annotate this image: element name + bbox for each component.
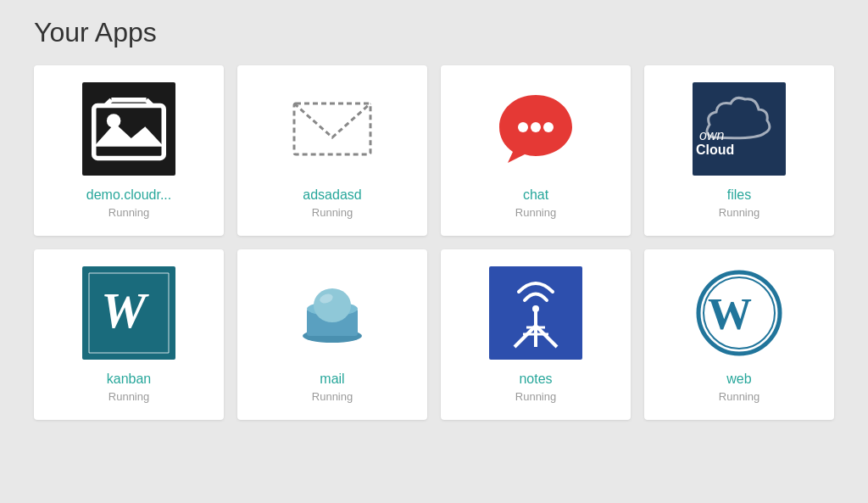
svg-rect-0: [94, 106, 164, 159]
app-card-web[interactable]: W web Running: [644, 249, 834, 420]
app-card-demo[interactable]: demo.cloudr... Running: [34, 65, 224, 236]
app-icon-demo: [82, 82, 175, 176]
app-card-notes[interactable]: notes Running: [441, 249, 631, 420]
app-icon-files: own Cloud: [693, 82, 786, 176]
svg-line-22: [515, 326, 536, 347]
app-icon-mail: [286, 266, 379, 360]
svg-point-8: [543, 122, 554, 132]
app-name-demo: demo.cloudr...: [86, 187, 172, 203]
app-icon-notes: [489, 266, 582, 360]
app-name-web: web: [726, 372, 751, 387]
svg-point-6: [518, 122, 528, 132]
app-name-chat: chat: [523, 187, 548, 203]
app-name-adsadasd: adsadasd: [303, 187, 361, 203]
app-card-files[interactable]: own Cloud files Running: [644, 65, 834, 236]
app-status-files: Running: [719, 206, 760, 219]
svg-point-19: [314, 288, 351, 322]
app-icon-adsadasd: [286, 82, 379, 176]
app-name-mail: mail: [320, 372, 344, 387]
app-status-notes: Running: [515, 390, 556, 403]
app-status-kanban: Running: [108, 390, 149, 403]
app-icon-kanban: W: [82, 266, 175, 360]
app-name-notes: notes: [519, 372, 552, 387]
app-card-chat[interactable]: chat Running: [441, 65, 631, 236]
app-name-kanban: kanban: [107, 372, 152, 387]
svg-text:W: W: [101, 282, 149, 338]
app-status-web: Running: [719, 390, 760, 403]
svg-line-23: [536, 326, 557, 347]
app-card-mail[interactable]: mail Running: [237, 249, 427, 420]
svg-point-7: [531, 122, 541, 132]
app-card-kanban[interactable]: W kanban Running: [34, 249, 224, 420]
svg-text:Cloud: Cloud: [696, 143, 734, 157]
svg-text:W: W: [708, 290, 752, 338]
apps-grid: demo.cloudr... Running adsadasd Running: [25, 65, 843, 420]
app-name-files: files: [727, 187, 751, 203]
app-icon-chat: [489, 82, 582, 176]
app-card-adsadasd[interactable]: adsadasd Running: [237, 65, 427, 236]
app-status-adsadasd: Running: [312, 206, 353, 219]
app-status-chat: Running: [515, 206, 556, 219]
svg-point-26: [532, 305, 539, 312]
svg-rect-5: [294, 103, 370, 154]
app-status-demo: Running: [108, 206, 149, 219]
page-title: Your Apps: [25, 17, 843, 48]
app-status-mail: Running: [312, 390, 353, 403]
svg-text:own: own: [699, 128, 724, 143]
app-icon-web: W: [693, 266, 786, 360]
